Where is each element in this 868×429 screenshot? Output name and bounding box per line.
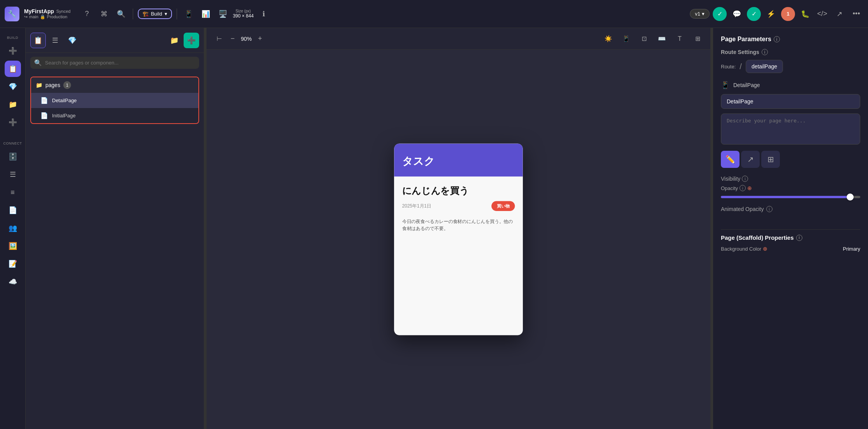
animated-opacity-info-icon: i: [766, 206, 773, 212]
property-tabs: ✏️ ↗ ⊞: [721, 151, 860, 168]
components-button[interactable]: 💎: [5, 78, 21, 95]
help-button[interactable]: ?: [80, 7, 94, 21]
build-mode-icon: 🏗️: [142, 11, 149, 17]
keyboard-button[interactable]: ⌨️: [655, 32, 668, 45]
export-button[interactable]: ↗: [832, 7, 846, 21]
section-divider: [721, 229, 860, 230]
sun-button[interactable]: ☀️: [602, 32, 615, 45]
code-button[interactable]: </>: [815, 7, 829, 21]
mobile-view-button[interactable]: 📱: [182, 7, 196, 21]
pages-group-header[interactable]: 📁 pages 1: [31, 77, 198, 93]
info-button[interactable]: ℹ: [257, 7, 271, 21]
detail-page-device-name: DetailPage: [733, 82, 760, 88]
error-counter-badge: 1: [781, 7, 795, 21]
device-phone-icon: 📱: [721, 81, 729, 89]
prop-tab-layout[interactable]: ⊞: [761, 151, 780, 168]
bug-button[interactable]: 🐛: [798, 7, 812, 21]
right-panel: Page Parameters i Route Settings i Route…: [713, 28, 868, 429]
scaffold-title: Page (Scaffold) Properties i: [721, 234, 860, 241]
page-name-input[interactable]: [721, 94, 860, 109]
opacity-slider[interactable]: [721, 196, 860, 198]
toolbar-divider-2: [177, 9, 177, 19]
split-view-button[interactable]: ⊡: [637, 32, 651, 45]
visibility-label: Visibility i: [721, 176, 748, 182]
group-count-badge: 1: [63, 81, 71, 89]
route-row: Route: / detailPage: [721, 60, 860, 73]
more-button[interactable]: •••: [849, 7, 863, 21]
transform-button[interactable]: ⊞: [691, 32, 704, 45]
search-button[interactable]: 🔍: [114, 7, 128, 21]
opacity-formula-icon: ⊕: [747, 185, 752, 191]
page-icon-button[interactable]: 📄: [5, 202, 21, 218]
database-button[interactable]: 🗄️: [5, 148, 21, 165]
chat-button[interactable]: 💬: [730, 7, 744, 21]
app-branch: ↪ main 🔒 Production: [24, 14, 71, 19]
pages-group: 📁 pages 1 📄 DetailPage 📄 InitialPage: [30, 77, 199, 124]
environment-name: Production: [47, 14, 68, 19]
add-button[interactable]: ➕: [184, 33, 199, 48]
folder-button[interactable]: 📁: [167, 33, 182, 48]
zoom-in-button[interactable]: +: [258, 35, 262, 43]
lightning-button[interactable]: ⚡: [764, 7, 778, 21]
task-date: 2025年1月1日: [402, 203, 431, 209]
lock-icon: 🔒: [40, 14, 45, 19]
status-check-2-button[interactable]: ✓: [747, 7, 761, 21]
group-label: pages: [45, 82, 60, 88]
phone-frame: タスク にんじんを買う 2025年1月1日 買い物 今日の夜食べるカレーの食材の…: [394, 144, 523, 335]
build-label: Build: [7, 36, 18, 40]
size-display: Size (px) 390 × 844: [233, 9, 254, 19]
page-initial-icon: 📄: [40, 112, 48, 119]
pages-list: 📁 pages 1 📄 DetailPage 📄 InitialPage: [26, 72, 204, 429]
page-params-info-icon: i: [774, 36, 780, 42]
pages-button[interactable]: 📋: [5, 61, 21, 77]
component-toolbar: 📋 ☰ 💎: [30, 33, 80, 48]
api-button[interactable]: ≡: [5, 184, 21, 201]
build-mode-button[interactable]: 🏗️ Build ▾: [138, 9, 172, 19]
prop-tab-design[interactable]: ✏️: [721, 151, 740, 168]
command-button[interactable]: ⌘: [97, 7, 111, 21]
fit-view-button[interactable]: ⊢: [213, 32, 226, 45]
view-list-button[interactable]: ☰: [47, 33, 63, 48]
prop-tab-actions[interactable]: ↗: [741, 151, 760, 168]
add-page-button[interactable]: ➕: [5, 114, 21, 131]
opacity-slider-container: [721, 193, 860, 200]
bg-color-text: Background Color: [721, 246, 761, 252]
image-button[interactable]: 🖼️: [5, 238, 21, 254]
tablet-view-button[interactable]: 📊: [199, 7, 213, 21]
version-chevron-icon: ▾: [702, 11, 705, 17]
app-title: MyFirstApp: [24, 8, 54, 14]
opacity-row: Opacity i ⊕: [721, 185, 860, 191]
animated-opacity-row: Animated Opacity i: [721, 206, 860, 212]
layers-button[interactable]: 📁: [5, 96, 21, 113]
route-settings-subtitle: Route Settings i: [721, 49, 860, 55]
view-pages-button[interactable]: 📋: [30, 33, 46, 48]
search-input[interactable]: [45, 60, 195, 66]
desktop-view-button[interactable]: 🖥️: [216, 7, 230, 21]
route-info-icon: i: [762, 49, 768, 55]
phone-preview-button[interactable]: 📱: [620, 32, 633, 45]
cloud-button[interactable]: ☁️: [5, 274, 21, 290]
build-mode-label: Build: [151, 11, 162, 17]
size-label: Size (px): [236, 9, 251, 13]
size-value: 390 × 844: [233, 13, 254, 19]
text-button[interactable]: 📝: [5, 256, 21, 272]
page-item-initial[interactable]: 📄 InitialPage: [31, 108, 198, 123]
view-diamond-button[interactable]: 💎: [64, 33, 80, 48]
opacity-text: Opacity: [721, 185, 738, 191]
describe-textarea[interactable]: [721, 113, 860, 145]
connect-label: Connect: [3, 141, 22, 145]
users-button[interactable]: 👥: [5, 220, 21, 236]
list-button[interactable]: ☰: [5, 166, 21, 183]
page-initial-name: InitialPage: [52, 113, 76, 119]
opacity-label: Opacity i ⊕: [721, 185, 752, 191]
add-widget-button[interactable]: ➕: [5, 43, 21, 59]
task-title: にんじんを買う: [402, 185, 515, 197]
page-item-detail[interactable]: 📄 DetailPage: [31, 93, 198, 108]
page-parameters-label: Page Parameters: [721, 36, 771, 43]
color-dot-icon: ⊕: [763, 246, 767, 252]
version-selector[interactable]: v1 ▾: [690, 9, 710, 19]
status-check-button[interactable]: ✓: [713, 7, 727, 21]
zoom-out-button[interactable]: −: [231, 35, 235, 43]
text-size-button[interactable]: T: [673, 32, 686, 45]
task-meta: 2025年1月1日 買い物: [402, 201, 515, 211]
